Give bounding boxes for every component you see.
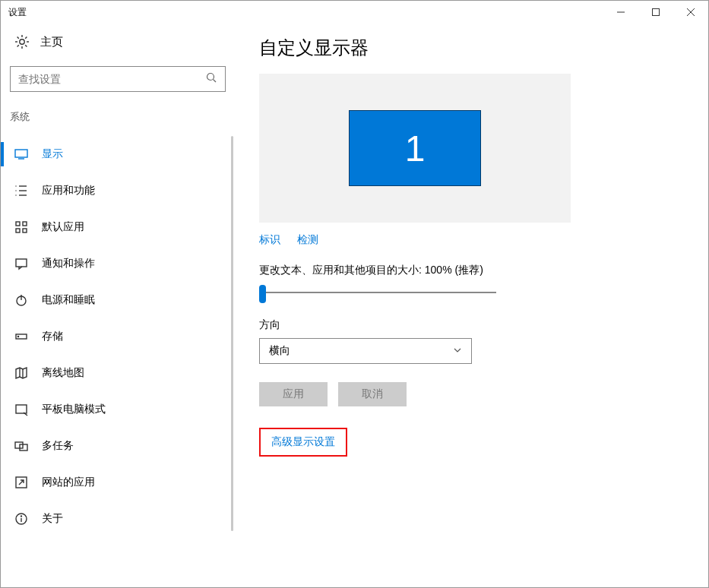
sidebar-item-label: 平板电脑模式 xyxy=(42,403,106,416)
svg-rect-25 xyxy=(16,229,20,232)
sidebar-item-storage[interactable]: 存储 xyxy=(1,318,235,355)
sidebar-item-label: 通知和操作 xyxy=(42,257,95,270)
open-icon xyxy=(14,476,28,489)
tablet-icon xyxy=(14,403,28,416)
list-icon xyxy=(14,184,28,198)
advanced-settings-highlight: 高级显示设置 xyxy=(259,428,347,457)
svg-rect-24 xyxy=(23,222,27,226)
sidebar-item-label: 关于 xyxy=(42,512,63,526)
power-icon xyxy=(14,293,28,307)
slider-thumb[interactable] xyxy=(259,285,266,303)
svg-rect-36 xyxy=(15,442,23,448)
sidebar-item-power[interactable]: 电源和睡眠 xyxy=(1,282,235,318)
sidebar-item-about[interactable]: 关于 xyxy=(1,501,235,537)
sidebar-item-label: 离线地图 xyxy=(42,366,84,380)
search-input[interactable] xyxy=(10,66,226,92)
sidebar-item-label: 默认应用 xyxy=(42,220,84,234)
window-title: 设置 xyxy=(8,6,27,19)
storage-icon xyxy=(14,330,28,343)
svg-line-12 xyxy=(17,45,19,46)
sidebar-item-maps[interactable]: 离线地图 xyxy=(1,355,235,391)
monitor-number: 1 xyxy=(405,128,426,169)
title-bar: 设置 xyxy=(1,1,708,24)
sidebar-item-multitask[interactable]: 多任务 xyxy=(1,428,235,464)
svg-rect-23 xyxy=(16,222,20,226)
cancel-button[interactable]: 取消 xyxy=(338,382,407,406)
home-row[interactable]: 主页 xyxy=(1,24,235,60)
main-panel: 自定义显示器 1 标识 检测 更改文本、应用和其他项目的大小: 100% (推荐… xyxy=(235,24,708,587)
svg-rect-26 xyxy=(23,229,27,232)
detect-link[interactable]: 检测 xyxy=(297,233,318,247)
svg-rect-15 xyxy=(15,150,27,157)
message-icon xyxy=(14,257,28,270)
svg-line-9 xyxy=(17,37,19,39)
slider-track xyxy=(259,292,496,293)
map-icon xyxy=(14,366,28,380)
svg-line-11 xyxy=(25,37,27,39)
orientation-label: 方向 xyxy=(259,318,690,332)
apply-button[interactable]: 应用 xyxy=(259,382,328,406)
display-icon xyxy=(14,147,28,161)
category-label: 系统 xyxy=(1,106,235,128)
display-arrangement[interactable]: 1 xyxy=(259,74,571,223)
sidebar-item-label: 显示 xyxy=(42,147,63,161)
sidebar: 主页 系统 显示 应用和功能 xyxy=(1,24,235,587)
sidebar-item-apps[interactable]: 应用和功能 xyxy=(1,172,235,209)
sidebar-item-notifications[interactable]: 通知和操作 xyxy=(1,245,235,282)
close-button[interactable] xyxy=(673,1,708,24)
gear-icon xyxy=(14,34,30,49)
sidebar-item-label: 多任务 xyxy=(42,439,74,453)
search-icon xyxy=(206,72,217,86)
search-field[interactable] xyxy=(18,73,206,85)
sidebar-item-label: 应用和功能 xyxy=(42,184,95,198)
svg-point-31 xyxy=(17,336,18,337)
sidebar-item-tablet[interactable]: 平板电脑模式 xyxy=(1,391,235,428)
home-label: 主页 xyxy=(40,35,63,49)
svg-rect-27 xyxy=(16,259,27,267)
svg-line-10 xyxy=(25,45,27,46)
minimize-button[interactable] xyxy=(603,1,638,24)
page-title: 自定义显示器 xyxy=(259,36,690,60)
svg-point-13 xyxy=(207,74,214,81)
orientation-value: 横向 xyxy=(269,344,290,358)
svg-point-4 xyxy=(20,40,24,44)
orientation-dropdown[interactable]: 横向 xyxy=(259,338,472,364)
sidebar-item-label: 网站的应用 xyxy=(42,476,95,489)
sidebar-item-web-apps[interactable]: 网站的应用 xyxy=(1,464,235,501)
svg-point-41 xyxy=(21,516,22,517)
svg-line-14 xyxy=(214,80,217,83)
sidebar-item-label: 存储 xyxy=(42,330,63,343)
sidebar-item-display[interactable]: 显示 xyxy=(1,136,235,172)
sidebar-item-label: 电源和睡眠 xyxy=(42,293,95,307)
advanced-display-link[interactable]: 高级显示设置 xyxy=(271,435,335,447)
maximize-button[interactable] xyxy=(638,1,673,24)
chevron-down-icon xyxy=(453,345,462,357)
svg-rect-1 xyxy=(653,9,660,16)
svg-rect-37 xyxy=(20,444,27,450)
multitask-icon xyxy=(14,439,28,453)
monitor-1[interactable]: 1 xyxy=(349,110,481,186)
scale-label: 更改文本、应用和其他项目的大小: 100% (推荐) xyxy=(259,264,690,277)
sidebar-item-default-apps[interactable]: 默认应用 xyxy=(1,209,235,245)
svg-rect-34 xyxy=(16,405,27,413)
scale-slider[interactable] xyxy=(259,285,496,300)
info-icon xyxy=(14,512,28,526)
grid-icon xyxy=(14,220,28,234)
identify-link[interactable]: 标识 xyxy=(259,233,280,247)
